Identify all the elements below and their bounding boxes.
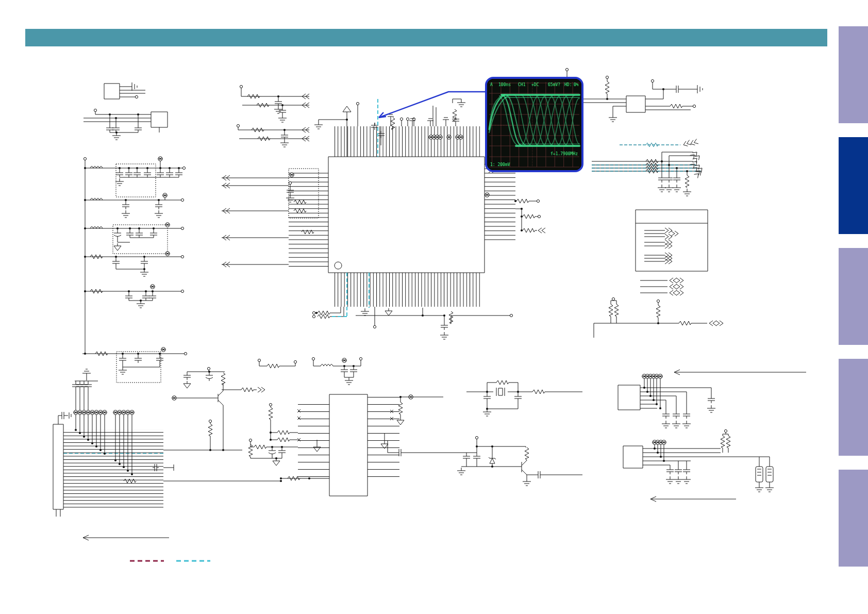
scope-marker: A [490, 82, 493, 87]
schematic-canvas [0, 0, 868, 614]
scope-callout-line [379, 92, 486, 118]
oscilloscope-photo: A 100ns CH1 +DC 65mV? HD: 0% f=1.7900MHz… [485, 77, 583, 172]
io-connector-box [636, 210, 708, 295]
bias-transistor-circuit [172, 367, 225, 451]
power-rail-column [84, 157, 185, 354]
crystal-oscillator [466, 380, 582, 416]
edge-connector [53, 369, 282, 540]
secondary-ic [222, 357, 466, 496]
scope-timebase: 100ns [498, 82, 511, 87]
differential-bus-group [592, 139, 704, 196]
memory-ic-lower [623, 429, 774, 502]
scope-hd-label: HD: [564, 82, 572, 87]
regulator-block-b [84, 109, 168, 140]
scope-volts: 65mV? [548, 82, 560, 87]
rc-termination-networks [237, 85, 309, 147]
scope-coupling: +DC [531, 82, 539, 87]
scope-vertical-scale: 1: 200mV [490, 162, 510, 167]
page: A 100ns CH1 +DC 65mV? HD: 0% f=1.7900MHz… [0, 0, 868, 614]
scope-frequency: f=1.7900MHz [550, 152, 578, 156]
main-ic [289, 126, 515, 307]
clock-driver-circuit [457, 436, 582, 486]
scope-channel: CH1 [518, 82, 526, 87]
regulator-block-a [104, 82, 145, 99]
memory-ic-upper [618, 370, 806, 428]
pullup-resistor-row [594, 297, 723, 338]
filter-rail [82, 347, 187, 383]
interface-block [565, 68, 703, 122]
main-ic-bottom-components [312, 307, 512, 339]
scope-hd-value: 0% [574, 82, 579, 87]
